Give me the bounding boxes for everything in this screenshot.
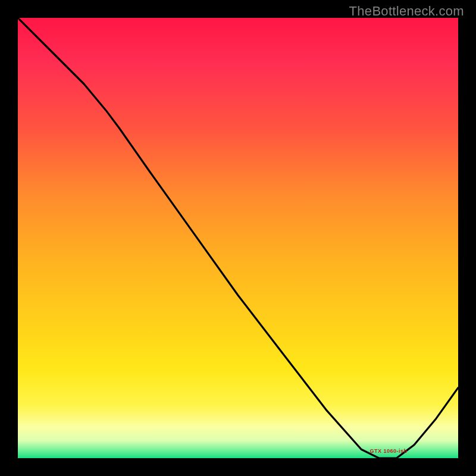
chart-canvas: TheBottleneck.com GTX 1060-ish: [0, 0, 476, 476]
gpu-marker-label: GTX 1060-ish: [370, 448, 408, 454]
plot-area: GTX 1060-ish: [18, 18, 458, 458]
bottleneck-curve: [18, 18, 458, 458]
attribution-text: TheBottleneck.com: [349, 4, 464, 19]
